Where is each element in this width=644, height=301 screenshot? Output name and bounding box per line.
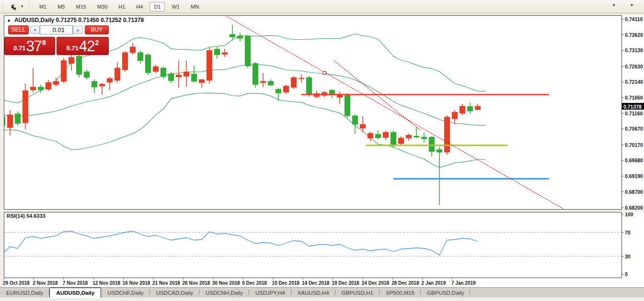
candle-body bbox=[452, 112, 458, 119]
candle-body bbox=[391, 133, 396, 145]
candle-body bbox=[230, 34, 235, 37]
timeframe-button-mn[interactable]: MN bbox=[186, 2, 203, 11]
price-axis-label: 0.68700 bbox=[625, 189, 643, 195]
timeframe-button-m5[interactable]: M5 bbox=[53, 2, 69, 11]
tab-usdcad-daily[interactable]: USDCAD,Daily bbox=[150, 288, 199, 298]
candle-body bbox=[253, 64, 258, 85]
candle-body bbox=[169, 74, 174, 81]
candle-body bbox=[437, 150, 442, 152]
price-axis-label: 0.73130 bbox=[625, 47, 643, 53]
tab-usdcnh-daily[interactable]: USDCNH,Daily bbox=[199, 288, 249, 298]
time-axis-label: 16 Nov 2018 bbox=[123, 280, 150, 286]
symbol-tab-bar: EURUSD,DailyAUDUSD,DailyUSDCHF,DailyUSDC… bbox=[0, 287, 644, 298]
candle-body bbox=[69, 57, 74, 64]
price-axis-label: 0.71160 bbox=[625, 111, 643, 116]
rsi-scale-label: 100 bbox=[625, 212, 633, 217]
time-axis-label: 26 Nov 2018 bbox=[182, 280, 210, 286]
volume-increase-button[interactable]: ▲ bbox=[73, 26, 83, 34]
tab-gbpusd-h1[interactable]: GBPUSD,H1 bbox=[335, 288, 380, 298]
timeframe-buttons: M1M5M15M30H1H4D1W1MN bbox=[35, 2, 206, 11]
tab-eurusd-daily[interactable]: EURUSD,Daily bbox=[0, 288, 49, 298]
price-axis-label: 0.71650 bbox=[625, 95, 643, 100]
candle-body bbox=[399, 138, 404, 144]
one-click-trading-panel: SELL ▼ ▲ BUY 0.71 37 8 0.71 42 2 bbox=[5, 24, 110, 56]
candle-body bbox=[161, 68, 166, 77]
timeframe-button-d1[interactable]: D1 bbox=[150, 2, 165, 11]
price-axis-label: 0.70170 bbox=[625, 142, 643, 148]
candle-body bbox=[46, 83, 51, 89]
timeframe-button-m30[interactable]: M30 bbox=[93, 2, 112, 11]
candle-body bbox=[38, 87, 44, 90]
timeframe-button-w1[interactable]: W1 bbox=[167, 2, 184, 11]
candle-body bbox=[184, 72, 189, 76]
candle-body bbox=[8, 115, 13, 128]
current-price-tag-text: 0.71378 bbox=[623, 104, 642, 110]
sell-button[interactable]: SELL bbox=[8, 25, 29, 34]
chart-canvas[interactable]: 0.741100.736200.731300.726300.721400.716… bbox=[0, 13, 644, 301]
tab-gbpusd-daily[interactable]: GBPUSD,Daily bbox=[421, 288, 470, 298]
timeframe-button-h1[interactable]: H1 bbox=[114, 2, 129, 11]
time-axis-label: 21 Nov 2018 bbox=[152, 280, 180, 286]
candle-body bbox=[115, 68, 120, 80]
candle-body bbox=[138, 53, 143, 61]
candle-body bbox=[368, 134, 373, 138]
tab-usdchf-daily[interactable]: USDCHF,Daily bbox=[101, 288, 150, 298]
candle-body bbox=[61, 61, 67, 81]
tab-xauusd-h4[interactable]: XAUUSD,H4 bbox=[291, 288, 335, 298]
sell-price-sup: 8 bbox=[42, 39, 46, 46]
tab-scroll-arrows-icon[interactable]: ◄ ► bbox=[611, 2, 641, 7]
price-axis-label: 0.73620 bbox=[625, 32, 643, 38]
buy-price-button[interactable]: 0.71 42 2 bbox=[57, 37, 109, 55]
chart-cursor-tool-icon[interactable] bbox=[9, 2, 19, 11]
buy-price-prefix: 0.71 bbox=[67, 45, 79, 52]
candle-body bbox=[406, 135, 412, 138]
sell-price-button[interactable]: 0.71 37 8 bbox=[4, 37, 55, 55]
buy-price-big: 42 bbox=[79, 40, 94, 53]
buy-button[interactable]: BUY bbox=[85, 25, 109, 34]
candle-body bbox=[130, 47, 136, 53]
candle-body bbox=[23, 90, 28, 123]
timeframe-button-m15[interactable]: M15 bbox=[71, 2, 90, 11]
time-axis-label: 28 Dec 2018 bbox=[391, 280, 419, 286]
candle-body bbox=[307, 78, 312, 95]
price-axis-label: 0.69680 bbox=[625, 157, 643, 163]
left-margin bbox=[0, 13, 4, 301]
toolbar-grip[interactable] bbox=[2, 2, 4, 11]
bottom-strip bbox=[0, 298, 644, 301]
candle-body bbox=[475, 106, 481, 110]
price-axis-label: 0.69190 bbox=[625, 173, 643, 179]
time-axis-label: 5 Dec 2018 bbox=[242, 280, 267, 286]
tool-dropdown-caret-icon[interactable]: ▼ bbox=[20, 4, 24, 9]
rsi-scale-label: 30 bbox=[625, 254, 631, 259]
candle-body bbox=[345, 95, 350, 116]
timeframe-button-m1[interactable]: M1 bbox=[35, 2, 51, 11]
chart-title: AUDUSD,Daily 0.71275 0.71450 0.71252 0.7… bbox=[14, 17, 144, 23]
time-axis-label: 19 Dec 2018 bbox=[332, 280, 359, 286]
candle-body bbox=[153, 67, 159, 71]
rsi-scale-label: 0 bbox=[625, 271, 628, 277]
volume-decrease-button[interactable]: ▼ bbox=[30, 26, 40, 34]
volume-input[interactable] bbox=[40, 25, 73, 34]
candle-body bbox=[238, 36, 243, 38]
candle-body bbox=[207, 50, 212, 80]
candle-body bbox=[360, 124, 366, 128]
toolbar-grip-2[interactable] bbox=[29, 2, 30, 11]
candle-body bbox=[107, 78, 113, 82]
one-click-collapse-arrow-icon[interactable]: ▲ bbox=[7, 18, 11, 22]
tab-audusd-daily[interactable]: AUDUSD,Daily bbox=[49, 288, 101, 298]
timeframe-button-h4[interactable]: H4 bbox=[132, 2, 147, 11]
candle-body bbox=[276, 89, 281, 93]
candle-body bbox=[268, 81, 274, 85]
time-axis-label: 7 Jan 2019 bbox=[451, 280, 476, 286]
sell-price-big: 37 bbox=[26, 40, 42, 53]
mt4-window: ▼ M1M5M15M30H1H4D1W1MN 0.741100.736200.7… bbox=[0, 0, 644, 301]
candle-body bbox=[353, 116, 358, 124]
trendline-handle[interactable] bbox=[323, 71, 326, 74]
price-axis-label: 0.72140 bbox=[625, 79, 643, 85]
candle-body bbox=[422, 137, 427, 139]
candle-body bbox=[222, 53, 228, 54]
rsi-scale-label: 70 bbox=[625, 230, 631, 235]
candle-body bbox=[31, 87, 36, 90]
tab-sp500-m15[interactable]: SP500,M15 bbox=[380, 288, 421, 298]
tab-usdjpy-h4[interactable]: USDJPY,H4 bbox=[249, 288, 291, 298]
